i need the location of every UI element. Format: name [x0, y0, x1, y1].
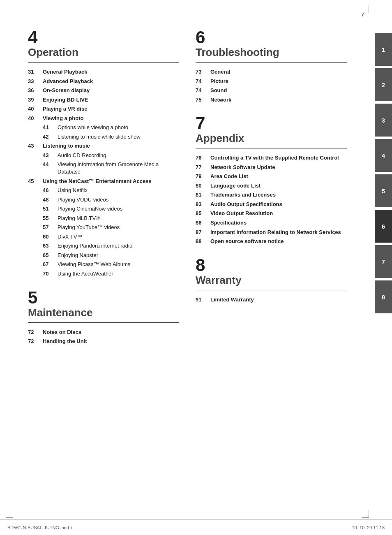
- toc-text: Audio Output Specifications: [210, 201, 282, 208]
- toc-page: 48: [43, 196, 58, 204]
- corner-mark-tl: [6, 6, 13, 13]
- toc-text: Handling the Unit: [43, 338, 87, 345]
- toc-text: Language code List: [210, 182, 261, 190]
- toc-page: 67: [43, 261, 58, 268]
- toc-text: Sound: [210, 87, 227, 94]
- toc-entry: 42 Listening to music while slide show: [28, 133, 179, 141]
- toc-text: Advanced Playback: [43, 78, 93, 85]
- toc-page: 72: [28, 338, 43, 345]
- toc-entry: 87 Important Information Relating to Net…: [196, 229, 347, 236]
- toc-page: 55: [43, 215, 58, 222]
- section-8-divider: [196, 290, 347, 290]
- section-6-title: Troubleshooting: [196, 46, 347, 59]
- section-4-block: 4 Operation 31 General Playback 33 Advan…: [28, 29, 179, 278]
- toc-page: 83: [196, 201, 210, 208]
- toc-text: Limited Warranty: [210, 296, 254, 303]
- section-5-divider: [28, 322, 179, 323]
- toc-page: 45: [28, 178, 43, 185]
- toc-page: 91: [196, 296, 210, 303]
- toc-page: 40: [28, 115, 43, 122]
- section-6-toc: 73 General 74 Picture 74 Sound 75 Networ…: [196, 68, 347, 103]
- toc-entry: 40 Playing a VR disc: [28, 105, 179, 113]
- tab-8[interactable]: 8: [375, 280, 392, 313]
- tab-6[interactable]: 6: [375, 210, 392, 243]
- toc-entry: 41 Options while viewing a photo: [28, 124, 179, 131]
- toc-page: 63: [43, 242, 58, 250]
- toc-entry: 60 DivX TV™: [28, 233, 179, 241]
- toc-entry: 45 Using the NetCast™ Entertainment Acce…: [28, 178, 179, 185]
- section-5-block: 5 Maintenance 72 Notes on Discs 72 Handl…: [28, 289, 179, 345]
- toc-entry: 70 Using the AccuWeather: [28, 270, 179, 278]
- section-5-toc: 72 Notes on Discs 72 Handling the Unit: [28, 329, 179, 345]
- toc-page: 80: [196, 182, 210, 190]
- toc-page: 46: [43, 187, 58, 194]
- toc-page: 85: [196, 210, 210, 217]
- toc-page: 87: [196, 229, 210, 236]
- toc-entry: 73 General: [196, 68, 347, 76]
- toc-page: 33: [28, 78, 43, 85]
- section-8-toc: 91 Limited Warranty: [196, 296, 347, 303]
- tab-5[interactable]: 5: [375, 174, 392, 207]
- toc-page: 72: [28, 329, 43, 336]
- section-6-number: 6: [196, 29, 347, 46]
- toc-page: 70: [43, 270, 58, 278]
- toc-page: 31: [28, 68, 43, 76]
- section-4-number: 4: [28, 29, 179, 46]
- content-area: 4 Operation 31 General Playback 33 Advan…: [0, 25, 375, 357]
- section-8-number: 8: [196, 257, 347, 274]
- tab-4[interactable]: 4: [375, 139, 392, 172]
- toc-entry: 33 Advanced Playback: [28, 78, 179, 85]
- toc-page: 40: [28, 105, 43, 113]
- section-7-number: 7: [196, 115, 347, 132]
- section-6-block: 6 Troubleshooting 73 General 74 Picture …: [196, 29, 347, 103]
- toc-entry: 44 Viewing information from Gracenote Me…: [28, 161, 179, 175]
- section-5-title: Maintenance: [28, 306, 179, 319]
- section-4-divider: [28, 62, 179, 63]
- tab-7[interactable]: 7: [375, 245, 392, 278]
- toc-text: Using the NetCast™ Entertainment Access: [43, 178, 152, 185]
- toc-entry: 81 Trademarks and Licenses: [196, 191, 347, 199]
- section-7-block: 7 Appendix 76 Controlling a TV with the …: [196, 115, 347, 245]
- toc-text: Open source software notice: [210, 238, 284, 245]
- toc-entry: 72 Notes on Discs: [28, 329, 179, 336]
- toc-text: Enjoying Napster: [58, 252, 98, 259]
- toc-entry: 76 Controlling a TV with the Supplied Re…: [196, 154, 347, 162]
- toc-entry: 74 Sound: [196, 87, 347, 94]
- toc-entry: 77 Network Software Update: [196, 164, 347, 171]
- toc-text: Network Software Update: [210, 164, 275, 171]
- toc-entry: 72 Handling the Unit: [28, 338, 179, 345]
- toc-text: Area Code List: [210, 173, 248, 180]
- toc-text: Viewing Picasa™ Web Albums: [58, 261, 130, 268]
- toc-text: Viewing information from Gracenote Media…: [58, 161, 179, 175]
- toc-text: Specifications: [210, 219, 247, 227]
- toc-text: General Playback: [43, 68, 87, 76]
- toc-entry: 86 Specifications: [196, 219, 347, 227]
- tab-2[interactable]: 2: [375, 68, 392, 101]
- toc-text: Playing a VR disc: [43, 105, 87, 113]
- toc-entry: 31 General Playback: [28, 68, 179, 76]
- toc-entry: 91 Limited Warranty: [196, 296, 347, 303]
- section-6-divider: [196, 62, 347, 63]
- page-wrapper: 7 1 2 3 4 5 6 7 8 4 Operation 31 General…: [0, 0, 392, 535]
- toc-entry: 67 Viewing Picasa™ Web Albums: [28, 261, 179, 268]
- bottom-filename: BD561-N-BUSALLK-ENG.indd 7: [7, 525, 73, 530]
- toc-text: Listening to music while slide show: [58, 133, 141, 141]
- tab-1[interactable]: 1: [375, 33, 392, 66]
- toc-entry: 43 Listening to music: [28, 142, 179, 150]
- toc-page: 43: [28, 142, 43, 150]
- toc-page: 79: [196, 173, 210, 180]
- toc-page: 77: [196, 164, 210, 171]
- toc-page: 43: [43, 152, 58, 159]
- corner-mark-br: [362, 510, 369, 518]
- section-7-toc: 76 Controlling a TV with the Supplied Re…: [196, 154, 347, 245]
- section-8-title: Warranty: [196, 274, 347, 287]
- tab-3[interactable]: 3: [375, 104, 392, 137]
- toc-page: 60: [43, 233, 58, 241]
- toc-page: 57: [43, 224, 58, 231]
- toc-text: Playing YouTube™ videos: [58, 224, 120, 231]
- toc-page: 75: [196, 96, 210, 104]
- toc-page: 81: [196, 191, 210, 199]
- section-4-toc: 31 General Playback 33 Advanced Playback…: [28, 68, 179, 278]
- bottom-bar: BD561-N-BUSALLK-ENG.indd 7 10. 10. 20 11…: [0, 519, 392, 535]
- toc-entry: 83 Audio Output Specifications: [196, 201, 347, 208]
